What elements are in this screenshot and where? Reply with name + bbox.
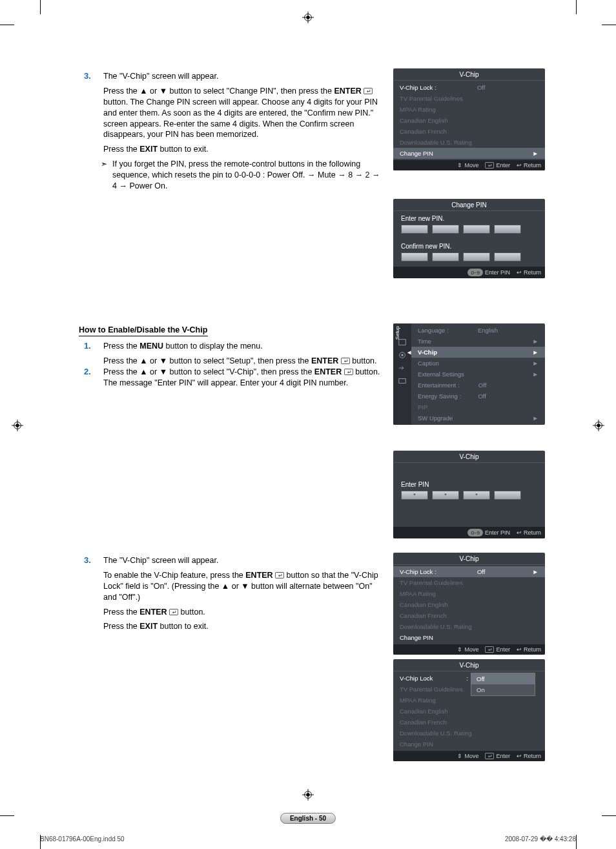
menu-row[interactable]: Entertainment:Off xyxy=(411,380,545,391)
crop-mark xyxy=(0,25,14,25)
crop-mark xyxy=(576,0,577,14)
return-icon: ↩ xyxy=(517,162,522,169)
pin-digit-input[interactable]: * xyxy=(432,491,459,500)
pin-input-row: * * * xyxy=(393,491,545,505)
menu-row[interactable]: Energy Saving:Off xyxy=(411,391,545,402)
menu-row[interactable]: PIP xyxy=(411,402,545,413)
step-text: Press the MENU button to display the men… xyxy=(103,341,382,371)
panel-footer: ⇕Move Enter ↩Return xyxy=(393,644,545,655)
panel-footer: 0~9Enter PIN ↩Return xyxy=(393,527,545,538)
menu-row[interactable]: TV Parental Guidelines xyxy=(393,577,545,588)
enter-icon xyxy=(485,753,494,759)
crop-mark xyxy=(602,815,616,816)
menu-row[interactable]: Downloadable U.S. Rating xyxy=(393,621,545,632)
menu-row[interactable]: Downloadable U.S. Rating xyxy=(393,728,545,739)
registration-mark-icon xyxy=(12,420,23,431)
dropdown-option[interactable]: Off xyxy=(471,673,535,684)
menu-row[interactable]: Downloadable U.S. Rating xyxy=(393,137,545,148)
menu-row[interactable]: Caption► xyxy=(411,358,545,369)
pin-digit-input[interactable] xyxy=(401,225,428,234)
pin-digit-input[interactable] xyxy=(432,252,459,261)
crop-mark xyxy=(40,0,41,14)
menu-row[interactable]: Canadian French xyxy=(393,610,545,621)
enter-icon xyxy=(485,646,494,653)
updown-icon: ⇕ xyxy=(457,646,462,653)
chevron-right-icon: ► xyxy=(533,568,539,575)
registration-mark-icon xyxy=(302,12,314,23)
menu-row-selected[interactable]: V-Chip Lock:Off► xyxy=(393,566,545,577)
menu-row[interactable]: Canadian English xyxy=(393,599,545,610)
menu-row[interactable]: Change PIN xyxy=(393,739,545,750)
return-icon: ↩ xyxy=(517,753,522,759)
numpad-badge: 0~9 xyxy=(467,529,483,537)
dropdown-option[interactable]: On xyxy=(471,684,535,695)
pin-digit-input[interactable] xyxy=(494,225,521,234)
step-number: 3. xyxy=(84,71,91,81)
setup-menu-panel: Setup Language:English Time► ◄V-Chip► Ca… xyxy=(393,323,545,425)
pin-digit-input[interactable] xyxy=(494,252,521,261)
step-number: 1. xyxy=(84,341,91,351)
menu-row[interactable]: External Settings► xyxy=(411,369,545,380)
step-text: The "V-Chip" screen will appear. To enab… xyxy=(103,555,382,636)
step-number: 2. xyxy=(84,367,91,376)
menu-row[interactable]: Change PIN xyxy=(393,632,545,643)
pin-digit-input[interactable] xyxy=(401,252,428,261)
step-text: Press the ▲ or ▼ button to select "V-Chi… xyxy=(103,367,382,393)
vchip-lock-panel: V-Chip V-Chip Lock:Off► TV Parental Guid… xyxy=(393,553,545,655)
panel-title: V-Chip xyxy=(393,451,545,463)
menu-row[interactable]: Time► xyxy=(411,336,545,347)
svg-rect-5 xyxy=(399,340,406,345)
enter-icon xyxy=(364,87,373,93)
return-icon: ↩ xyxy=(517,646,522,653)
change-pin-panel: Change PIN Enter new PIN. Confirm new PI… xyxy=(393,199,545,278)
enter-pin-label: Enter PIN xyxy=(393,477,545,491)
svg-point-7 xyxy=(401,354,404,356)
menu-row[interactable]: V-Chip Lock:Off xyxy=(393,82,545,93)
chevron-right-icon: ► xyxy=(533,414,539,422)
enter-new-pin-label: Enter new PIN. xyxy=(393,211,545,225)
setup-sidebar: Setup xyxy=(393,323,411,425)
menu-row[interactable]: SW Upgrade► xyxy=(411,413,545,424)
panel-title: V-Chip xyxy=(393,659,545,671)
menu-row[interactable]: MPAA Rating xyxy=(393,695,545,706)
menu-row[interactable]: Canadian French xyxy=(393,126,545,137)
chevron-right-icon: ► xyxy=(533,371,539,378)
menu-row[interactable]: Canadian English xyxy=(393,115,545,126)
menu-row[interactable]: Language:English xyxy=(411,325,545,336)
pin-digit-input[interactable]: * xyxy=(401,491,428,500)
panel-title: V-Chip xyxy=(393,553,545,565)
menu-row-selected[interactable]: ◄V-Chip► xyxy=(411,347,545,358)
enter-icon xyxy=(169,608,178,614)
heading-underline xyxy=(79,336,208,336)
menu-row[interactable]: Canadian English xyxy=(393,706,545,717)
pin-digit-input[interactable] xyxy=(494,491,521,500)
pin-digit-input[interactable] xyxy=(432,225,459,234)
menu-row[interactable]: Canadian French xyxy=(393,717,545,728)
pin-digit-input[interactable] xyxy=(463,252,490,261)
menu-row[interactable]: MPAA Rating xyxy=(393,588,545,599)
panel-title: V-Chip xyxy=(393,68,545,81)
note-text: If you forget the PIN, press the remote-… xyxy=(103,159,382,192)
pin-digit-input[interactable] xyxy=(463,225,490,234)
crop-mark xyxy=(576,835,577,849)
registration-mark-icon xyxy=(593,420,604,431)
input-icon xyxy=(397,363,407,373)
svg-rect-8 xyxy=(399,379,406,384)
crop-mark xyxy=(0,815,14,816)
menu-row[interactable]: MPAA Rating xyxy=(393,104,545,115)
enter-icon xyxy=(344,367,353,374)
pin-digit-input[interactable]: * xyxy=(463,491,490,500)
chevron-right-icon: ► xyxy=(533,338,539,345)
panel-footer: 0~9Enter PIN ↩Return xyxy=(393,267,545,278)
page-number-pill: English - 50 xyxy=(280,813,336,824)
menu-row[interactable]: TV Parental Guidelines xyxy=(393,93,545,104)
menu-row-selected[interactable]: Change PIN► xyxy=(393,148,545,159)
chevron-right-icon: ► xyxy=(533,360,539,367)
vchip-dropdown-panel: V-Chip V-Chip Lock: TV Parental Guidelin… xyxy=(393,659,545,761)
application-icon xyxy=(397,376,407,385)
crop-mark xyxy=(602,25,616,25)
vchip-menu-panel: V-Chip V-Chip Lock:Off TV Parental Guide… xyxy=(393,68,545,170)
return-icon: ↩ xyxy=(517,529,522,536)
numpad-badge: 0~9 xyxy=(467,269,483,276)
section-heading: How to Enable/Disable the V-Chip xyxy=(79,325,207,336)
